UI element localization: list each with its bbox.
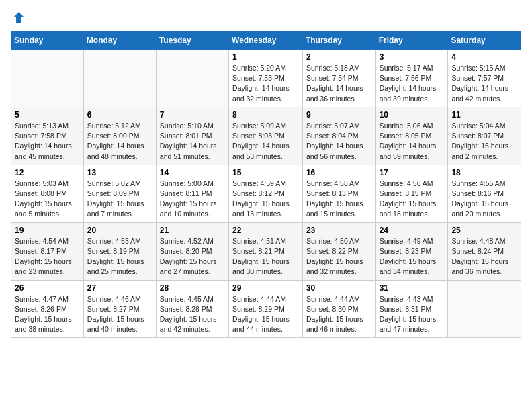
day-info: Sunrise: 5:17 AMSunset: 7:56 PMDaylight:…	[380, 63, 445, 104]
calendar-day-cell	[11, 50, 84, 107]
calendar-day-cell: 15Sunrise: 4:59 AMSunset: 8:12 PMDayligh…	[229, 165, 303, 222]
day-info: Sunrise: 5:20 AMSunset: 7:53 PMDaylight:…	[232, 63, 299, 104]
day-info: Sunrise: 5:04 AMSunset: 8:07 PMDaylight:…	[451, 121, 517, 162]
day-number: 31	[380, 283, 445, 293]
calendar-day-cell: 8Sunrise: 5:09 AMSunset: 8:03 PMDaylight…	[229, 107, 303, 165]
day-info: Sunrise: 4:46 AMSunset: 8:27 PMDaylight:…	[87, 294, 152, 335]
calendar-day-cell: 19Sunrise: 4:54 AMSunset: 8:17 PMDayligh…	[11, 222, 84, 280]
calendar-day-cell: 24Sunrise: 4:49 AMSunset: 8:23 PMDayligh…	[375, 222, 448, 280]
day-number: 20	[87, 226, 152, 235]
calendar-week-row: 19Sunrise: 4:54 AMSunset: 8:17 PMDayligh…	[11, 222, 521, 280]
day-number: 11	[451, 110, 517, 120]
day-number: 22	[232, 226, 299, 235]
weekday-header: Tuesday	[156, 32, 228, 50]
day-number: 25	[451, 226, 517, 235]
calendar-day-cell: 6Sunrise: 5:12 AMSunset: 8:00 PMDaylight…	[83, 107, 156, 165]
calendar-day-cell: 9Sunrise: 5:07 AMSunset: 8:04 PMDaylight…	[302, 107, 375, 165]
calendar-day-cell: 4Sunrise: 5:15 AMSunset: 7:57 PMDaylight…	[448, 50, 521, 107]
day-number: 8	[232, 110, 299, 120]
calendar-day-cell: 11Sunrise: 5:04 AMSunset: 8:07 PMDayligh…	[448, 107, 521, 165]
calendar-day-cell: 30Sunrise: 4:44 AMSunset: 8:30 PMDayligh…	[302, 280, 375, 338]
day-info: Sunrise: 5:10 AMSunset: 8:01 PMDaylight:…	[160, 121, 225, 162]
day-number: 28	[160, 283, 225, 293]
day-number: 21	[160, 226, 225, 235]
calendar-header-row: SundayMondayTuesdayWednesdayThursdayFrid…	[11, 32, 521, 50]
day-number: 24	[380, 226, 445, 235]
day-number: 14	[160, 168, 225, 177]
calendar-week-row: 26Sunrise: 4:47 AMSunset: 8:26 PMDayligh…	[11, 280, 521, 338]
calendar-day-cell: 7Sunrise: 5:10 AMSunset: 8:01 PMDaylight…	[156, 107, 228, 165]
day-info: Sunrise: 5:02 AMSunset: 8:09 PMDaylight:…	[87, 179, 152, 220]
day-info: Sunrise: 5:00 AMSunset: 8:11 PMDaylight:…	[160, 179, 225, 220]
weekday-header: Friday	[375, 32, 448, 50]
calendar-day-cell: 21Sunrise: 4:52 AMSunset: 8:20 PMDayligh…	[156, 222, 228, 280]
day-info: Sunrise: 4:43 AMSunset: 8:31 PMDaylight:…	[380, 294, 445, 335]
day-number: 29	[232, 283, 299, 293]
calendar-day-cell: 22Sunrise: 4:51 AMSunset: 8:21 PMDayligh…	[229, 222, 303, 280]
day-number: 17	[380, 168, 445, 177]
calendar-day-cell: 14Sunrise: 5:00 AMSunset: 8:11 PMDayligh…	[156, 165, 228, 222]
day-info: Sunrise: 4:47 AMSunset: 8:26 PMDaylight:…	[15, 294, 80, 335]
day-info: Sunrise: 4:51 AMSunset: 8:21 PMDaylight:…	[232, 236, 299, 277]
day-number: 26	[15, 283, 80, 293]
calendar-day-cell: 27Sunrise: 4:46 AMSunset: 8:27 PMDayligh…	[83, 280, 156, 338]
day-number: 27	[87, 283, 152, 293]
calendar-week-row: 12Sunrise: 5:03 AMSunset: 8:08 PMDayligh…	[11, 165, 521, 222]
weekday-header: Monday	[83, 32, 156, 50]
day-number: 13	[87, 168, 152, 177]
calendar-day-cell: 1Sunrise: 5:20 AMSunset: 7:53 PMDaylight…	[229, 50, 303, 107]
day-info: Sunrise: 4:59 AMSunset: 8:12 PMDaylight:…	[232, 179, 299, 220]
day-info: Sunrise: 5:07 AMSunset: 8:04 PMDaylight:…	[306, 121, 372, 162]
day-number: 10	[380, 110, 445, 120]
day-info: Sunrise: 4:55 AMSunset: 8:16 PMDaylight:…	[451, 179, 517, 220]
weekday-header: Saturday	[448, 32, 521, 50]
day-info: Sunrise: 4:52 AMSunset: 8:20 PMDaylight:…	[160, 236, 225, 277]
day-info: Sunrise: 4:44 AMSunset: 8:30 PMDaylight:…	[306, 294, 372, 335]
day-number: 12	[15, 168, 80, 177]
calendar-day-cell: 25Sunrise: 4:48 AMSunset: 8:24 PMDayligh…	[448, 222, 521, 280]
calendar-week-row: 1Sunrise: 5:20 AMSunset: 7:53 PMDaylight…	[11, 50, 521, 107]
day-number: 7	[160, 110, 225, 120]
calendar-day-cell: 12Sunrise: 5:03 AMSunset: 8:08 PMDayligh…	[11, 165, 84, 222]
day-number: 16	[306, 168, 372, 177]
day-info: Sunrise: 5:03 AMSunset: 8:08 PMDaylight:…	[15, 179, 80, 220]
day-number: 30	[306, 283, 372, 293]
day-number: 18	[451, 168, 517, 177]
day-info: Sunrise: 5:15 AMSunset: 7:57 PMDaylight:…	[451, 63, 517, 104]
calendar-day-cell: 18Sunrise: 4:55 AMSunset: 8:16 PMDayligh…	[448, 165, 521, 222]
day-info: Sunrise: 4:48 AMSunset: 8:24 PMDaylight:…	[451, 236, 517, 277]
calendar-day-cell: 16Sunrise: 4:58 AMSunset: 8:13 PMDayligh…	[302, 165, 375, 222]
calendar-day-cell	[448, 280, 521, 338]
weekday-header: Thursday	[302, 32, 375, 50]
day-number: 4	[451, 52, 517, 62]
calendar-day-cell: 31Sunrise: 4:43 AMSunset: 8:31 PMDayligh…	[375, 280, 448, 338]
calendar-day-cell: 26Sunrise: 4:47 AMSunset: 8:26 PMDayligh…	[11, 280, 84, 338]
calendar-day-cell: 17Sunrise: 4:56 AMSunset: 8:15 PMDayligh…	[375, 165, 448, 222]
day-info: Sunrise: 5:12 AMSunset: 8:00 PMDaylight:…	[87, 121, 152, 162]
day-number: 2	[306, 52, 372, 62]
day-info: Sunrise: 5:09 AMSunset: 8:03 PMDaylight:…	[232, 121, 299, 162]
calendar-day-cell: 3Sunrise: 5:17 AMSunset: 7:56 PMDaylight…	[375, 50, 448, 107]
calendar-day-cell: 13Sunrise: 5:02 AMSunset: 8:09 PMDayligh…	[83, 165, 156, 222]
page-header	[11, 11, 521, 24]
day-info: Sunrise: 4:56 AMSunset: 8:15 PMDaylight:…	[380, 179, 445, 220]
day-info: Sunrise: 4:45 AMSunset: 8:28 PMDaylight:…	[160, 294, 225, 335]
calendar-day-cell: 2Sunrise: 5:18 AMSunset: 7:54 PMDaylight…	[302, 50, 375, 107]
calendar-day-cell	[83, 50, 156, 107]
day-number: 19	[15, 226, 80, 235]
svg-marker-0	[13, 12, 24, 23]
calendar-week-row: 5Sunrise: 5:13 AMSunset: 7:58 PMDaylight…	[11, 107, 521, 165]
day-info: Sunrise: 4:44 AMSunset: 8:29 PMDaylight:…	[232, 294, 299, 335]
weekday-header: Sunday	[11, 32, 84, 50]
day-info: Sunrise: 5:06 AMSunset: 8:05 PMDaylight:…	[380, 121, 445, 162]
day-info: Sunrise: 5:13 AMSunset: 7:58 PMDaylight:…	[15, 121, 80, 162]
day-info: Sunrise: 5:18 AMSunset: 7:54 PMDaylight:…	[306, 63, 372, 104]
day-number: 15	[232, 168, 299, 177]
calendar-day-cell: 5Sunrise: 5:13 AMSunset: 7:58 PMDaylight…	[11, 107, 84, 165]
day-number: 9	[306, 110, 372, 120]
day-info: Sunrise: 4:50 AMSunset: 8:22 PMDaylight:…	[306, 236, 372, 277]
calendar-day-cell: 28Sunrise: 4:45 AMSunset: 8:28 PMDayligh…	[156, 280, 228, 338]
logo	[11, 11, 26, 24]
day-number: 23	[306, 226, 372, 235]
weekday-header: Wednesday	[229, 32, 303, 50]
